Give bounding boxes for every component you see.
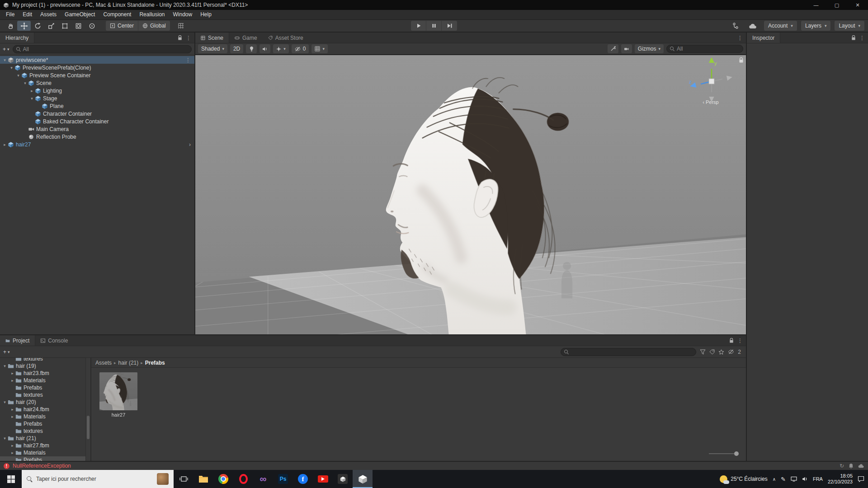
close-button[interactable]: ✕ bbox=[847, 0, 868, 10]
axis-gizmo-icon[interactable]: y z bbox=[685, 58, 736, 101]
gizmos-dropdown[interactable]: Gizmos▾ bbox=[635, 44, 664, 53]
transform-tool-button[interactable] bbox=[71, 21, 85, 31]
taskbar-search-input[interactable]: Taper ici pour rechercher bbox=[22, 470, 174, 488]
collapse-arrow-icon[interactable]: ▸ bbox=[9, 443, 15, 448]
hierarchy-row[interactable]: ▾Scene bbox=[0, 79, 194, 87]
hierarchy-row[interactable]: Main Camera bbox=[0, 125, 194, 133]
hierarchy-row[interactable]: Plane bbox=[0, 102, 194, 110]
kebab-menu-icon[interactable]: ⋮ bbox=[737, 35, 743, 41]
hierarchy-row[interactable]: ▸Lighting bbox=[0, 87, 194, 94]
layout-dropdown[interactable]: Layout▾ bbox=[835, 21, 864, 31]
cloud-status-icon[interactable] bbox=[858, 464, 864, 468]
collapse-arrow-icon[interactable]: ▸ bbox=[29, 89, 35, 93]
project-tree-row[interactable]: ▸Materials bbox=[0, 449, 90, 456]
volume-tray-icon[interactable] bbox=[802, 476, 808, 482]
tab-game[interactable]: Game bbox=[229, 33, 263, 43]
breadcrumb-leaf[interactable]: Prefabs bbox=[145, 360, 165, 366]
project-tree-row[interactable]: ▾hair (20) bbox=[0, 399, 90, 406]
taskbar-photoshop[interactable]: Ps bbox=[273, 470, 293, 488]
menu-help[interactable]: Help bbox=[196, 10, 216, 19]
move-tool-button[interactable] bbox=[17, 21, 31, 31]
tab-console[interactable]: Console bbox=[35, 335, 73, 346]
hand-tool-button[interactable] bbox=[4, 21, 17, 31]
project-tree-row[interactable]: ▾hair (19) bbox=[0, 362, 90, 370]
search-by-label-icon[interactable] bbox=[709, 349, 715, 355]
collapse-arrow-icon[interactable]: ▸ bbox=[2, 142, 8, 147]
collapse-arrow-icon[interactable]: ▾ bbox=[29, 96, 35, 101]
play-button[interactable] bbox=[411, 21, 426, 31]
project-tree-row[interactable]: ▸hair24.fbm bbox=[0, 406, 90, 413]
menu-file[interactable]: File bbox=[2, 10, 19, 19]
scene-tools-button[interactable] bbox=[608, 44, 618, 53]
taskbar-clock[interactable]: 18:05 22/10/2023 bbox=[828, 473, 853, 485]
menu-reallusion[interactable]: Reallusion bbox=[135, 10, 169, 19]
hierarchy-add-button[interactable]: +▾ bbox=[3, 46, 9, 52]
thumbnail-zoom-slider[interactable] bbox=[709, 451, 739, 456]
project-tree-scrollbar[interactable] bbox=[85, 358, 90, 461]
pause-button[interactable] bbox=[426, 21, 442, 31]
axis-y-cone[interactable] bbox=[709, 58, 714, 63]
kebab-menu-icon[interactable]: ⋮ bbox=[185, 57, 194, 63]
effects-dropdown[interactable]: ▾ bbox=[273, 44, 289, 53]
scene-camera-settings-button[interactable] bbox=[621, 44, 632, 53]
hierarchy-search-input[interactable]: All bbox=[13, 45, 192, 53]
tab-hierarchy[interactable]: Hierarchy bbox=[0, 33, 34, 43]
breadcrumb-root[interactable]: Assets bbox=[95, 360, 112, 366]
refresh-icon[interactable]: ↻ bbox=[840, 463, 844, 469]
pen-tray-icon[interactable]: ✎ bbox=[781, 476, 786, 483]
pivot-toggle-button[interactable]: Center bbox=[106, 21, 138, 31]
menu-component[interactable]: Component bbox=[99, 10, 135, 19]
collapse-arrow-icon[interactable]: ▸ bbox=[9, 450, 15, 455]
collapse-arrow-icon[interactable]: ▸ bbox=[9, 407, 15, 412]
search-daily-image[interactable] bbox=[157, 473, 169, 485]
collapse-arrow-icon[interactable]: ▸ bbox=[9, 378, 15, 383]
tab-inspector[interactable]: Inspector bbox=[747, 33, 780, 43]
collapse-arrow-icon[interactable]: ▾ bbox=[9, 66, 14, 70]
project-tree-row[interactable]: textures bbox=[0, 391, 90, 399]
rotate-tool-button[interactable] bbox=[31, 21, 44, 31]
project-tree-row[interactable]: textures bbox=[0, 427, 90, 435]
scene-search-input[interactable]: All bbox=[666, 45, 743, 53]
slider-track[interactable] bbox=[709, 453, 734, 454]
scrollbar-thumb[interactable] bbox=[87, 416, 90, 439]
slider-knob[interactable] bbox=[734, 451, 739, 456]
hierarchy-row[interactable]: Baked Character Container bbox=[0, 117, 194, 125]
lock-icon[interactable] bbox=[178, 35, 182, 41]
project-tree-row[interactable]: ▸Materials bbox=[0, 413, 90, 420]
minimize-button[interactable]: — bbox=[806, 0, 826, 10]
kebab-menu-icon[interactable]: ⋮ bbox=[186, 35, 191, 41]
taskbar-file-explorer[interactable] bbox=[193, 470, 213, 488]
start-button[interactable] bbox=[0, 470, 22, 488]
grid-snap-button[interactable] bbox=[175, 21, 188, 31]
collapse-arrow-icon[interactable]: ▾ bbox=[2, 58, 8, 62]
collapse-arrow-icon[interactable]: ▾ bbox=[2, 436, 8, 441]
axis-center-cube[interactable] bbox=[709, 79, 714, 84]
hierarchy-row[interactable]: ▾Preview Scene Container bbox=[0, 71, 194, 79]
language-indicator[interactable]: FRA bbox=[813, 476, 823, 482]
menu-gameobject[interactable]: GameObject bbox=[61, 10, 99, 19]
collapse-arrow-icon[interactable]: ▾ bbox=[2, 364, 8, 368]
rect-tool-button[interactable] bbox=[58, 21, 71, 31]
hierarchy-row[interactable]: Reflection Probe bbox=[0, 133, 194, 141]
project-tree-row[interactable]: ▸Materials bbox=[0, 377, 90, 384]
taskbar-unity-editor[interactable] bbox=[353, 470, 373, 488]
search-by-type-icon[interactable] bbox=[700, 349, 706, 355]
project-tree-row[interactable]: textures bbox=[0, 358, 90, 362]
status-bar[interactable]: ! NullReferenceException ↻ bbox=[0, 461, 868, 470]
tab-asset-store[interactable]: Asset Store bbox=[263, 33, 309, 43]
project-tree-row[interactable]: Prefabs bbox=[0, 420, 90, 427]
maximize-button[interactable]: ▢ bbox=[826, 0, 847, 10]
collapse-arrow-icon[interactable]: ▾ bbox=[22, 81, 28, 85]
kebab-menu-icon[interactable]: ⋮ bbox=[859, 35, 865, 41]
axis-neg-cone[interactable] bbox=[726, 75, 733, 80]
taskbar-facebook[interactable]: f bbox=[293, 470, 313, 488]
tab-project[interactable]: Project bbox=[0, 335, 35, 346]
project-tree-row[interactable]: ▾hair (21) bbox=[0, 435, 90, 442]
collapse-arrow-icon[interactable]: ▾ bbox=[15, 73, 21, 78]
taskbar-visual-studio[interactable]: ∞ bbox=[253, 470, 273, 488]
breadcrumb-mid[interactable]: hair (21) bbox=[118, 360, 139, 366]
network-tray-icon[interactable] bbox=[791, 476, 797, 482]
collapse-arrow-icon[interactable]: ▸ bbox=[9, 414, 15, 419]
projection-mode-label[interactable]: ‹ Persp bbox=[685, 99, 736, 105]
audio-toggle-button[interactable] bbox=[259, 44, 270, 53]
